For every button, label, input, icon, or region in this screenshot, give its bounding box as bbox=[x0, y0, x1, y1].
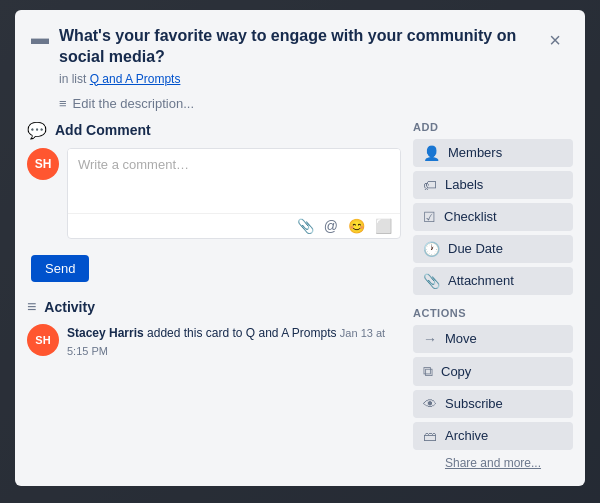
list-info: in list Q and A Prompts bbox=[59, 72, 531, 86]
send-button[interactable]: Send bbox=[31, 255, 89, 282]
subscribe-icon: 👁 bbox=[423, 396, 437, 412]
edit-icon: ≡ bbox=[59, 96, 67, 111]
user-avatar: SH bbox=[27, 148, 59, 180]
mention-icon[interactable]: @ bbox=[324, 218, 338, 234]
members-icon: 👤 bbox=[423, 145, 440, 161]
card-icon: ▬ bbox=[31, 28, 49, 49]
edit-description-label: Edit the description... bbox=[73, 96, 194, 111]
card-title: What's your favorite way to engage with … bbox=[59, 26, 531, 68]
modal-header: ▬ What's your favorite way to engage wit… bbox=[15, 10, 585, 94]
emoji-icon[interactable]: 😊 bbox=[348, 218, 365, 234]
format-icon[interactable]: ⬜ bbox=[375, 218, 392, 234]
archive-label: Archive bbox=[445, 428, 488, 443]
activity-header: ≡ Activity bbox=[27, 298, 401, 316]
labels-button[interactable]: 🏷 Labels bbox=[413, 171, 573, 199]
list-name-link[interactable]: Q and A Prompts bbox=[90, 72, 181, 86]
header-content: What's your favorite way to engage with … bbox=[59, 26, 531, 86]
activity-action: added this card to Q and A Prompts bbox=[147, 326, 340, 340]
activity-item: SH Stacey Harris added this card to Q an… bbox=[27, 324, 401, 360]
checklist-icon: ☑ bbox=[423, 209, 436, 225]
close-button[interactable]: × bbox=[541, 26, 569, 54]
comment-input[interactable] bbox=[68, 149, 400, 209]
due-date-label: Due Date bbox=[448, 241, 503, 256]
comment-section-title: Add Comment bbox=[55, 122, 151, 138]
edit-description-link[interactable]: ≡ Edit the description... bbox=[15, 94, 585, 121]
actions-section-title: Actions bbox=[413, 307, 573, 319]
copy-button[interactable]: ⧉ Copy bbox=[413, 357, 573, 386]
subscribe-button[interactable]: 👁 Subscribe bbox=[413, 390, 573, 418]
members-button[interactable]: 👤 Members bbox=[413, 139, 573, 167]
comment-icon: 💬 bbox=[27, 121, 47, 140]
attachment-button[interactable]: 📎 Attachment bbox=[413, 267, 573, 295]
labels-icon: 🏷 bbox=[423, 177, 437, 193]
checklist-label: Checklist bbox=[444, 209, 497, 224]
archive-button[interactable]: 🗃 Archive bbox=[413, 422, 573, 450]
copy-label: Copy bbox=[441, 364, 471, 379]
comment-toolbar: 📎 @ 😊 ⬜ bbox=[68, 213, 400, 238]
due-date-icon: 🕐 bbox=[423, 241, 440, 257]
activity-title: Activity bbox=[44, 299, 95, 315]
archive-icon: 🗃 bbox=[423, 428, 437, 444]
members-label: Members bbox=[448, 145, 502, 160]
labels-label: Labels bbox=[445, 177, 483, 192]
add-section-title: Add bbox=[413, 121, 573, 133]
move-button[interactable]: → Move bbox=[413, 325, 573, 353]
checklist-button[interactable]: ☑ Checklist bbox=[413, 203, 573, 231]
attachment-icon[interactable]: 📎 bbox=[297, 218, 314, 234]
activity-user: Stacey Harris bbox=[67, 326, 144, 340]
due-date-button[interactable]: 🕐 Due Date bbox=[413, 235, 573, 263]
copy-icon: ⧉ bbox=[423, 363, 433, 380]
subscribe-label: Subscribe bbox=[445, 396, 503, 411]
comment-section-header: 💬 Add Comment bbox=[27, 121, 401, 140]
card-modal: ▬ What's your favorite way to engage wit… bbox=[15, 10, 585, 486]
activity-section: ≡ Activity SH Stacey Harris added this c… bbox=[27, 298, 401, 360]
modal-body: 💬 Add Comment SH 📎 @ 😊 ⬜ bbox=[15, 121, 585, 486]
comment-area: SH 📎 @ 😊 ⬜ bbox=[27, 148, 401, 239]
activity-icon: ≡ bbox=[27, 298, 36, 316]
activity-text: Stacey Harris added this card to Q and A… bbox=[67, 324, 401, 360]
share-link[interactable]: Share and more... bbox=[413, 456, 573, 470]
move-label: Move bbox=[445, 331, 477, 346]
modal-left: 💬 Add Comment SH 📎 @ 😊 ⬜ bbox=[27, 121, 413, 470]
in-list-label: in list bbox=[59, 72, 86, 86]
modal-right-sidebar: Add 👤 Members 🏷 Labels ☑ Checklist 🕐 Due… bbox=[413, 121, 573, 470]
move-icon: → bbox=[423, 331, 437, 347]
activity-avatar: SH bbox=[27, 324, 59, 356]
attachment-label: Attachment bbox=[448, 273, 514, 288]
attachment-sidebar-icon: 📎 bbox=[423, 273, 440, 289]
comment-box[interactable]: 📎 @ 😊 ⬜ bbox=[67, 148, 401, 239]
